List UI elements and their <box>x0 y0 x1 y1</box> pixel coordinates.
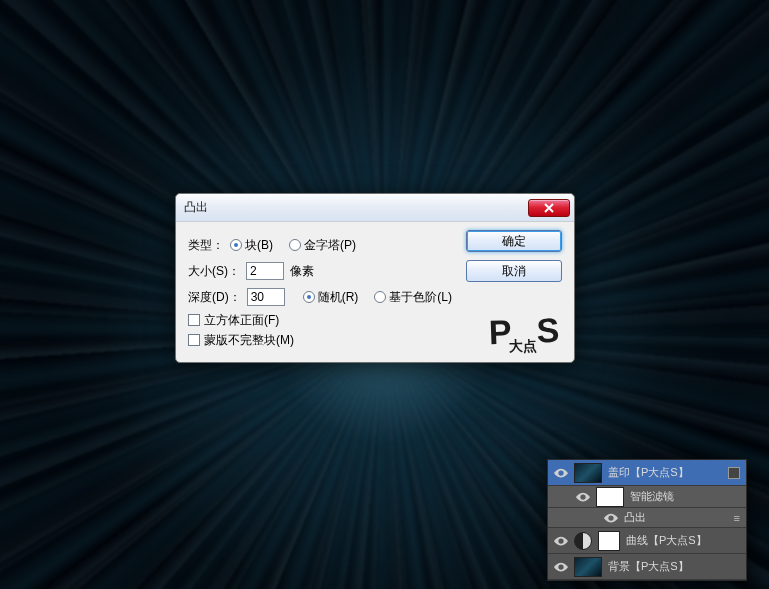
solid-front-label: 立方体正面(F) <box>204 312 279 329</box>
visibility-toggle[interactable] <box>576 490 590 504</box>
radio-icon <box>374 291 386 303</box>
depth-radio-random-label: 随机(R) <box>318 289 359 306</box>
layer-name: 凸出 <box>624 510 728 525</box>
visibility-toggle[interactable] <box>554 466 568 480</box>
layer-row[interactable]: 盖印【P大点S】 <box>548 460 746 486</box>
close-icon <box>544 203 554 213</box>
dialog-titlebar[interactable]: 凸出 <box>176 194 574 222</box>
depth-radio-level-label: 基于色阶(L) <box>389 289 452 306</box>
layer-row[interactable]: 智能滤镜 <box>548 486 746 508</box>
cancel-button[interactable]: 取消 <box>466 260 562 282</box>
depth-input[interactable] <box>247 288 285 306</box>
checkbox-icon <box>188 314 200 326</box>
layer-name: 盖印【P大点S】 <box>608 465 722 480</box>
radio-icon <box>289 239 301 251</box>
extrude-dialog: 凸出 确定 取消 类型： 块(B) 金字塔(P) 大小(S)： 像素 深度(D)… <box>175 193 575 363</box>
layer-thumbnail <box>574 557 602 577</box>
visibility-toggle[interactable] <box>554 534 568 548</box>
layer-thumbnail <box>574 463 602 483</box>
close-button[interactable] <box>528 199 570 217</box>
size-unit: 像素 <box>290 263 314 280</box>
mask-row: 蒙版不完整块(M) <box>188 330 562 350</box>
layer-name: 曲线【P大点S】 <box>626 533 740 548</box>
adjustment-icon <box>574 532 592 550</box>
smart-object-icon <box>728 467 740 479</box>
dialog-title: 凸出 <box>184 199 528 216</box>
type-label: 类型： <box>188 237 224 254</box>
solid-row: 立方体正面(F) <box>188 310 562 330</box>
dialog-body: 确定 取消 类型： 块(B) 金字塔(P) 大小(S)： 像素 深度(D)： 随… <box>176 222 574 362</box>
layer-name: 智能滤镜 <box>630 489 740 504</box>
size-label: 大小(S)： <box>188 263 240 280</box>
checkbox-icon <box>188 334 200 346</box>
radio-icon <box>230 239 242 251</box>
depth-label: 深度(D)： <box>188 289 241 306</box>
dialog-button-column: 确定 取消 <box>466 230 562 282</box>
radio-icon <box>303 291 315 303</box>
type-radio-pyramids[interactable]: 金字塔(P) <box>289 237 356 254</box>
depth-radio-level[interactable]: 基于色阶(L) <box>374 289 452 306</box>
visibility-toggle[interactable] <box>554 560 568 574</box>
mask-incomplete-label: 蒙版不完整块(M) <box>204 332 294 349</box>
type-radio-blocks-label: 块(B) <box>245 237 273 254</box>
mask-incomplete-checkbox[interactable]: 蒙版不完整块(M) <box>188 332 294 349</box>
layer-row[interactable]: 背景【P大点S】 <box>548 554 746 580</box>
depth-row: 深度(D)： 随机(R) 基于色阶(L) <box>188 284 562 310</box>
type-radio-pyramids-label: 金字塔(P) <box>304 237 356 254</box>
layer-thumbnail <box>596 487 624 507</box>
depth-radio-random[interactable]: 随机(R) <box>303 289 359 306</box>
layer-row[interactable]: 曲线【P大点S】 <box>548 528 746 554</box>
size-input[interactable] <box>246 262 284 280</box>
filter-edit-icon[interactable]: ≡ <box>734 512 740 524</box>
layers-panel: 盖印【P大点S】智能滤镜凸出≡曲线【P大点S】背景【P大点S】 <box>547 459 747 581</box>
layer-row[interactable]: 凸出≡ <box>548 508 746 528</box>
layer-name: 背景【P大点S】 <box>608 559 740 574</box>
ok-button[interactable]: 确定 <box>466 230 562 252</box>
type-radio-blocks[interactable]: 块(B) <box>230 237 273 254</box>
layer-mask-thumbnail <box>598 531 620 551</box>
visibility-toggle[interactable] <box>604 511 618 525</box>
solid-front-checkbox[interactable]: 立方体正面(F) <box>188 312 279 329</box>
